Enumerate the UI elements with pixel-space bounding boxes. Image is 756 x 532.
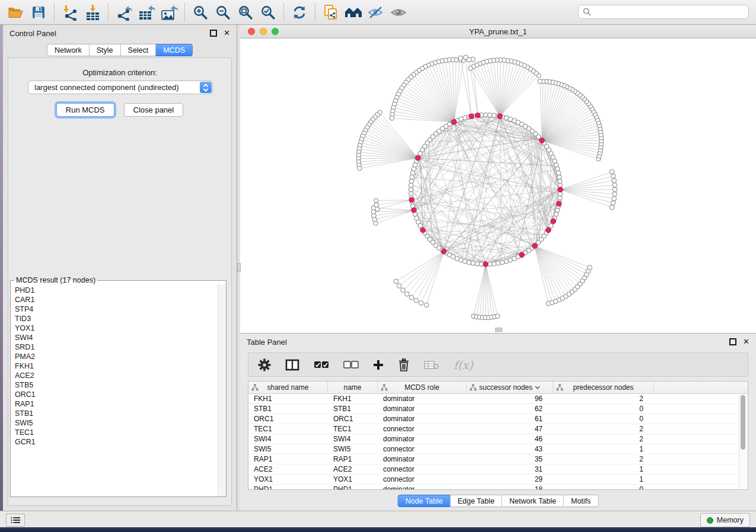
table-cell[interactable]: SWI4 <box>248 434 328 444</box>
column-header-predecessor-nodes[interactable]: predecessor nodes <box>553 382 654 393</box>
table-cell[interactable]: connector <box>378 424 467 434</box>
table-row[interactable]: ORC1ORC1dominator610 <box>248 414 748 424</box>
mcds-node[interactable] <box>441 249 446 254</box>
tab-node-table[interactable]: Node Table <box>398 495 451 507</box>
run-mcds-button[interactable]: Run MCDS <box>56 103 114 117</box>
unselect-all-columns-button[interactable] <box>343 356 359 374</box>
mcds-result-item[interactable]: ACE2 <box>11 371 218 380</box>
table-cell[interactable]: 2 <box>553 424 654 434</box>
mcds-node[interactable] <box>476 113 480 118</box>
network-node[interactable] <box>409 183 413 188</box>
table-cell[interactable]: ORC1 <box>328 414 378 424</box>
tab-network-table[interactable]: Network Table <box>502 495 564 507</box>
import-network-button[interactable] <box>59 2 81 23</box>
table-cell[interactable]: dominator <box>378 434 467 444</box>
network-node[interactable] <box>610 205 614 210</box>
table-cell[interactable]: 61 <box>467 414 553 424</box>
network-node[interactable] <box>405 292 410 297</box>
network-node[interactable] <box>409 295 414 300</box>
table-cell[interactable]: 0 <box>553 485 654 490</box>
network-node[interactable] <box>611 201 615 206</box>
table-cell[interactable]: 1 <box>553 464 654 474</box>
network-node[interactable] <box>374 221 378 226</box>
mcds-result-item[interactable]: CAR1 <box>11 295 218 305</box>
delete-table-button[interactable] <box>424 356 439 374</box>
export-image-button[interactable] <box>158 2 180 23</box>
network-node[interactable] <box>471 261 476 265</box>
table-cell[interactable]: 43 <box>467 444 553 454</box>
create-column-button[interactable] <box>373 356 384 374</box>
select-all-columns-button[interactable] <box>314 356 329 374</box>
table-cell[interactable]: ACE2 <box>328 464 378 474</box>
table-cell[interactable]: SWI4 <box>328 434 378 444</box>
network-node[interactable] <box>409 191 413 196</box>
table-cell[interactable]: 47 <box>467 424 553 434</box>
table-cell[interactable]: RAP1 <box>248 454 328 464</box>
table-cell[interactable]: connector <box>378 475 467 484</box>
mcds-result-item[interactable]: PHD1 <box>11 286 218 295</box>
mcds-node[interactable] <box>540 138 544 143</box>
network-node[interactable] <box>613 183 617 188</box>
refresh-button[interactable] <box>288 2 311 23</box>
network-node[interactable] <box>610 169 614 174</box>
zoom-selected-button[interactable] <box>257 2 279 23</box>
network-node[interactable] <box>612 178 617 183</box>
tab-select[interactable]: Select <box>121 44 157 56</box>
table-scrollbar-thumb[interactable] <box>741 395 745 450</box>
hide-selected-button[interactable] <box>365 2 387 23</box>
table-cell[interactable]: ACE2 <box>248 464 328 474</box>
tab-mcds[interactable]: MCDS <box>156 44 193 56</box>
table-cell[interactable]: 35 <box>467 454 553 464</box>
column-header-mcds-role[interactable]: MCDS role <box>378 382 467 393</box>
network-node[interactable] <box>613 192 617 197</box>
save-session-button[interactable] <box>27 2 50 23</box>
table-cell[interactable]: 18 <box>467 485 553 490</box>
table-cell[interactable]: FKH1 <box>248 394 328 403</box>
table-scrollbar[interactable] <box>739 394 747 489</box>
mcds-node[interactable] <box>409 197 414 202</box>
table-cell[interactable]: 2 <box>553 454 654 464</box>
table-cell[interactable]: 46 <box>467 434 553 444</box>
table-cell[interactable]: STB1 <box>248 404 328 414</box>
mcds-result-item[interactable]: YOX1 <box>11 323 218 333</box>
equation-builder-button[interactable]: f(x) <box>454 356 473 374</box>
mcds-result-item[interactable]: TEC1 <box>11 428 218 437</box>
table-cell[interactable]: connector <box>378 464 467 474</box>
column-header-successor-nodes[interactable]: successor nodes <box>467 382 553 393</box>
network-node[interactable] <box>468 66 473 71</box>
mcds-node[interactable] <box>483 262 488 267</box>
network-node[interactable] <box>487 113 492 117</box>
mcds-result-item[interactable]: FKH1 <box>11 361 218 371</box>
network-node[interactable] <box>556 171 561 175</box>
network-node[interactable] <box>613 187 617 192</box>
network-node[interactable] <box>374 198 378 203</box>
network-node[interactable] <box>410 171 415 175</box>
table-cell[interactable]: dominator <box>378 454 467 464</box>
network-canvas[interactable] <box>240 39 756 333</box>
network-node[interactable] <box>412 166 416 171</box>
mcds-node[interactable] <box>551 219 556 223</box>
table-cell[interactable]: PHD1 <box>328 485 378 490</box>
network-node[interactable] <box>475 261 480 266</box>
table-cell[interactable]: TEC1 <box>328 424 378 434</box>
network-node[interactable] <box>401 288 406 293</box>
zoom-out-button[interactable] <box>212 2 234 23</box>
table-row[interactable]: STB1STB1dominator620 <box>248 404 748 414</box>
network-node[interactable] <box>557 175 562 180</box>
network-node[interactable] <box>483 113 488 117</box>
mcds-node[interactable] <box>497 114 502 118</box>
mcds-result-item[interactable]: STB5 <box>11 380 218 390</box>
search-input[interactable] <box>595 7 744 17</box>
mcds-node[interactable] <box>519 252 524 257</box>
network-node[interactable] <box>588 265 592 270</box>
mcds-node[interactable] <box>469 114 474 118</box>
status-menu-button[interactable] <box>6 514 25 527</box>
show-columns-button[interactable] <box>285 356 299 374</box>
network-node[interactable] <box>410 175 414 180</box>
float-panel-icon[interactable] <box>210 30 217 37</box>
table-row[interactable]: SWI5SWI5connector431 <box>248 444 748 454</box>
mcds-result-item[interactable]: ORC1 <box>11 390 218 399</box>
table-cell[interactable]: 96 <box>467 394 553 403</box>
export-table-button[interactable] <box>135 2 158 23</box>
table-cell[interactable]: PHD1 <box>248 485 328 490</box>
